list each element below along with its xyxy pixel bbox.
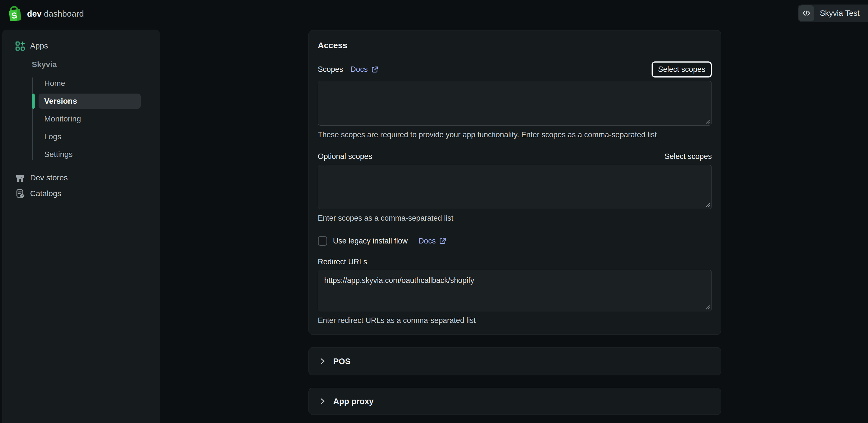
scopes-helper-text: These scopes are required to provide you… (318, 130, 712, 139)
legacy-install-label: Use legacy install flow (333, 237, 408, 246)
nav-item-label: Monitoring (44, 114, 81, 123)
legacy-docs-link[interactable]: Docs (418, 237, 447, 246)
redirect-urls-helper-text: Enter redirect URLs as a comma-separated… (318, 316, 712, 325)
sidebar-bottom: Dev stores Catalogs (2, 172, 160, 199)
scopes-header-row: Scopes Docs Select scopes (318, 61, 712, 78)
apps-grid-icon (15, 41, 25, 51)
optional-scopes-textarea[interactable] (318, 165, 712, 209)
access-card: Access Scopes Docs Select scopes (308, 30, 721, 335)
sidebar-app-nav: Home Versions Monitoring Logs Settings (2, 76, 160, 162)
sidebar-item-catalogs[interactable]: Catalogs (2, 188, 160, 199)
storefront-icon (15, 173, 25, 183)
app-proxy-section-title: App proxy (333, 397, 373, 406)
shopify-bag-icon: S (7, 6, 23, 22)
brand-title: dev dashboard (27, 9, 84, 19)
nav-item-label: Home (44, 79, 65, 88)
pos-section-toggle[interactable]: POS (308, 347, 721, 375)
sidebar-item-apps[interactable]: Apps (2, 40, 160, 52)
svg-text:S: S (11, 10, 18, 20)
sidebar-item-label: Apps (30, 41, 48, 51)
brand[interactable]: S dev dashboard (7, 6, 84, 22)
resize-handle-icon[interactable] (703, 201, 711, 208)
scopes-textarea[interactable] (318, 81, 712, 126)
chevron-right-icon (318, 397, 327, 405)
code-icon (799, 5, 814, 21)
redirect-urls-textarea[interactable]: https://app.skyvia.com/oauthcallback/sho… (318, 270, 712, 311)
sidebar-item-monitoring[interactable]: Monitoring (38, 111, 141, 126)
catalog-tag-icon (15, 189, 25, 199)
redirect-urls-label: Redirect URLs (318, 258, 712, 266)
optional-scopes-helper-text: Enter scopes as a comma-separated list (318, 214, 712, 223)
resize-handle-icon[interactable] (703, 303, 711, 310)
sidebar-item-logs[interactable]: Logs (38, 129, 141, 144)
sidebar-item-dev-stores[interactable]: Dev stores (2, 172, 160, 184)
sidebar: Apps Skyvia Home Versions Monitoring Log… (2, 30, 160, 423)
sidebar-item-versions[interactable]: Versions (38, 93, 141, 109)
optional-scopes-header-row: Optional scopes Select scopes (318, 152, 712, 161)
scopes-docs-link[interactable]: Docs (350, 65, 379, 74)
access-title: Access (318, 40, 712, 50)
sidebar-item-settings[interactable]: Settings (38, 147, 141, 162)
sidebar-app-name: Skyvia (2, 60, 160, 69)
app-switcher-label: Skyvia Test (820, 9, 860, 18)
app-switcher[interactable]: Skyvia Test (798, 4, 868, 22)
sidebar-item-label: Dev stores (30, 173, 68, 182)
redirect-urls-value: https://app.skyvia.com/oauthcallback/sho… (324, 276, 474, 285)
nav-item-label: Versions (44, 97, 77, 106)
nav-item-label: Logs (44, 132, 61, 141)
sidebar-item-label: Catalogs (30, 189, 61, 198)
optional-scopes-label: Optional scopes (318, 152, 372, 161)
pos-section-title: POS (333, 357, 350, 366)
app-proxy-section-toggle[interactable]: App proxy (308, 388, 721, 415)
select-scopes-button[interactable]: Select scopes (652, 61, 712, 78)
main-content: Access Scopes Docs Select scopes (308, 30, 721, 415)
sidebar-item-home[interactable]: Home (38, 76, 141, 91)
select-optional-scopes-button[interactable]: Select scopes (664, 152, 712, 161)
legacy-install-row: Use legacy install flow Docs (318, 236, 712, 246)
external-link-icon (438, 237, 447, 245)
external-link-icon (371, 65, 379, 74)
legacy-install-checkbox[interactable] (318, 236, 327, 246)
top-bar: S dev dashboard Skyvia Test (0, 0, 868, 30)
chevron-right-icon (318, 357, 327, 366)
resize-handle-icon[interactable] (703, 117, 711, 124)
nav-item-label: Settings (44, 150, 73, 159)
scopes-label: Scopes (318, 65, 343, 74)
